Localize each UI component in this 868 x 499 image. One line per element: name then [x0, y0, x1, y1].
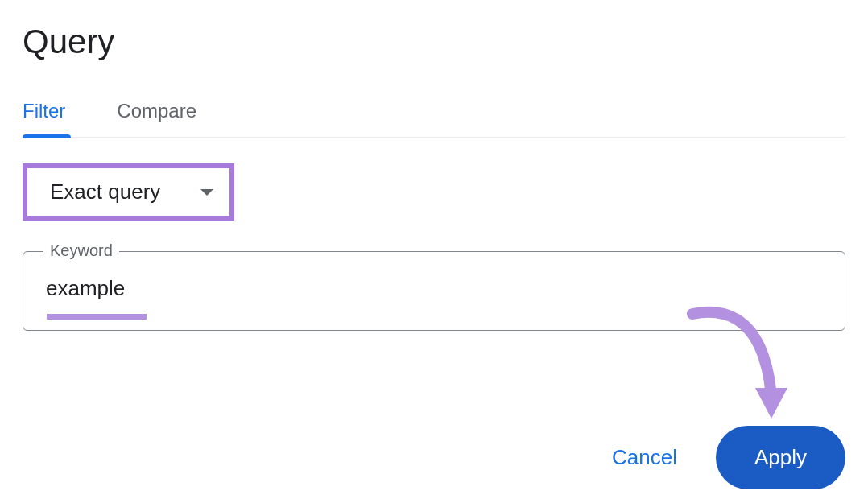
tab-compare[interactable]: Compare — [117, 100, 196, 137]
apply-button[interactable]: Apply — [716, 426, 845, 489]
tabs-bar: Filter Compare — [23, 100, 845, 138]
cancel-button[interactable]: Cancel — [606, 435, 684, 480]
select-value: Exact query — [50, 179, 160, 204]
keyword-label: Keyword — [43, 241, 119, 260]
filter-panel: Exact query Keyword — [23, 138, 845, 331]
keyword-field-wrapper: Keyword — [23, 251, 845, 331]
page-title: Query — [23, 23, 845, 61]
tab-filter[interactable]: Filter — [23, 100, 65, 137]
highlight-underline — [47, 314, 147, 320]
chevron-down-icon — [200, 189, 213, 196]
dialog-actions: Cancel Apply — [606, 426, 845, 489]
query-type-select[interactable]: Exact query — [23, 163, 234, 221]
